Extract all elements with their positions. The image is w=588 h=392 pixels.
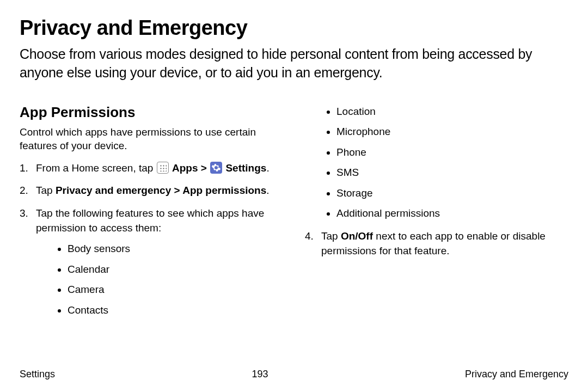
list-item: Body sensors bbox=[68, 241, 283, 256]
step-1-sep: > bbox=[201, 162, 210, 174]
list-item: Calendar bbox=[68, 262, 283, 277]
column-left: App Permissions Control which apps have … bbox=[20, 104, 283, 326]
steps-list-right: Tap On/Off next to each app to enable or… bbox=[305, 229, 568, 259]
column-right: Location Microphone Phone SMS Storage Ad… bbox=[305, 104, 568, 326]
page-intro: Choose from various modes designed to hi… bbox=[20, 45, 564, 82]
list-item: Microphone bbox=[336, 124, 568, 139]
step-1: From a Home screen, tap Apps > Settings. bbox=[20, 161, 283, 176]
step-1-settings: Settings bbox=[225, 162, 266, 174]
step-2-pre: Tap bbox=[36, 185, 56, 196]
content-columns: App Permissions Control which apps have … bbox=[20, 104, 568, 326]
section-desc: Control which apps have permissions to u… bbox=[20, 125, 283, 153]
apps-icon bbox=[157, 162, 169, 174]
list-item: Storage bbox=[336, 186, 568, 201]
step-3-text: Tap the following features to see which … bbox=[36, 207, 264, 234]
step-2-end: . bbox=[266, 185, 269, 196]
features-list-left: Body sensors Calendar Camera Contacts bbox=[36, 241, 283, 317]
list-item: Contacts bbox=[68, 303, 283, 318]
page-footer: Settings 193 Privacy and Emergency bbox=[20, 369, 568, 380]
step-4-pre: Tap bbox=[321, 230, 341, 242]
list-item: Camera bbox=[68, 282, 283, 297]
steps-list-left: From a Home screen, tap Apps > Settings.… bbox=[20, 161, 283, 317]
step-4-bold: On/Off bbox=[341, 230, 373, 242]
step-2-bold: Privacy and emergency > App permissions bbox=[56, 185, 266, 196]
footer-left: Settings bbox=[20, 369, 55, 380]
step-1-end: . bbox=[266, 162, 269, 174]
list-item: Phone bbox=[336, 145, 568, 160]
list-item: SMS bbox=[336, 165, 568, 180]
features-list-right: Location Microphone Phone SMS Storage Ad… bbox=[305, 104, 568, 221]
page-title: Privacy and Emergency bbox=[20, 16, 568, 40]
section-title: App Permissions bbox=[20, 104, 283, 121]
step-4: Tap On/Off next to each app to enable or… bbox=[305, 229, 568, 259]
document-page: Privacy and Emergency Choose from variou… bbox=[0, 0, 588, 392]
list-item: Additional permissions bbox=[336, 206, 568, 221]
step-1-apps: Apps bbox=[172, 162, 198, 174]
step-2: Tap Privacy and emergency > App permissi… bbox=[20, 183, 283, 198]
footer-page-number: 193 bbox=[252, 369, 268, 380]
step-3: Tap the following features to see which … bbox=[20, 206, 283, 317]
settings-icon bbox=[210, 162, 222, 174]
footer-right: Privacy and Emergency bbox=[465, 369, 568, 380]
step-1-text-pre: From a Home screen, tap bbox=[36, 162, 156, 174]
list-item: Location bbox=[336, 104, 568, 119]
